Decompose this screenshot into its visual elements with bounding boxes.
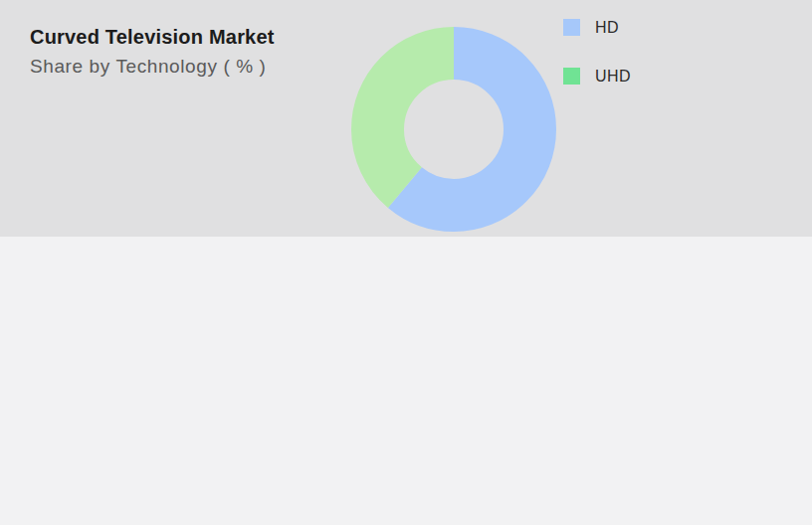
page-subtitle: Share by Technology ( % ) [30,56,267,78]
bar-chart-panel: 2018201920202021202220232024202520262027… [0,237,812,525]
header-panel: Curved Television Market Share by Techno… [0,0,812,237]
donut-chart [351,27,556,232]
legend-swatch-hd [563,19,580,36]
legend-label: UHD [595,68,631,86]
legend-label: HD [595,19,619,37]
donut-chart-svg [351,27,556,232]
legend-item-hd: HD [563,19,619,36]
legend-item-uhd: UHD [563,68,631,85]
legend-swatch-uhd [563,68,580,85]
page-title: Curved Television Market [30,26,275,49]
